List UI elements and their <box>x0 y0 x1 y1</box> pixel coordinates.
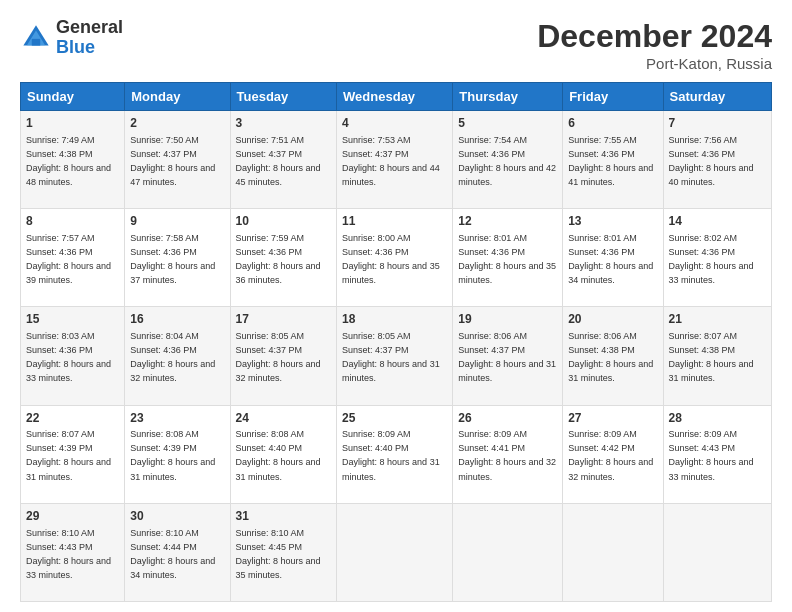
day-number: 10 <box>236 213 332 230</box>
table-cell: 10Sunrise: 7:59 AMSunset: 4:36 PMDayligh… <box>230 209 337 307</box>
table-cell <box>453 503 563 601</box>
day-number: 25 <box>342 410 447 427</box>
table-cell: 9Sunrise: 7:58 AMSunset: 4:36 PMDaylight… <box>125 209 230 307</box>
table-cell: 2Sunrise: 7:50 AMSunset: 4:37 PMDaylight… <box>125 111 230 209</box>
col-monday: Monday <box>125 83 230 111</box>
cell-content: Sunrise: 8:05 AMSunset: 4:37 PMDaylight:… <box>342 331 440 383</box>
col-sunday: Sunday <box>21 83 125 111</box>
table-cell: 5Sunrise: 7:54 AMSunset: 4:36 PMDaylight… <box>453 111 563 209</box>
table-cell <box>563 503 663 601</box>
cell-content: Sunrise: 8:10 AMSunset: 4:43 PMDaylight:… <box>26 528 111 580</box>
table-cell: 3Sunrise: 7:51 AMSunset: 4:37 PMDaylight… <box>230 111 337 209</box>
cell-content: Sunrise: 7:59 AMSunset: 4:36 PMDaylight:… <box>236 233 321 285</box>
table-cell: 27Sunrise: 8:09 AMSunset: 4:42 PMDayligh… <box>563 405 663 503</box>
cell-content: Sunrise: 7:55 AMSunset: 4:36 PMDaylight:… <box>568 135 653 187</box>
cell-content: Sunrise: 8:06 AMSunset: 4:37 PMDaylight:… <box>458 331 556 383</box>
table-cell: 19Sunrise: 8:06 AMSunset: 4:37 PMDayligh… <box>453 307 563 405</box>
day-number: 16 <box>130 311 224 328</box>
table-cell: 17Sunrise: 8:05 AMSunset: 4:37 PMDayligh… <box>230 307 337 405</box>
cell-content: Sunrise: 8:07 AMSunset: 4:39 PMDaylight:… <box>26 429 111 481</box>
day-number: 31 <box>236 508 332 525</box>
day-number: 5 <box>458 115 557 132</box>
day-number: 3 <box>236 115 332 132</box>
day-number: 20 <box>568 311 657 328</box>
cell-content: Sunrise: 8:01 AMSunset: 4:36 PMDaylight:… <box>458 233 556 285</box>
table-cell: 16Sunrise: 8:04 AMSunset: 4:36 PMDayligh… <box>125 307 230 405</box>
table-cell: 1Sunrise: 7:49 AMSunset: 4:38 PMDaylight… <box>21 111 125 209</box>
table-cell: 6Sunrise: 7:55 AMSunset: 4:36 PMDaylight… <box>563 111 663 209</box>
table-cell <box>663 503 771 601</box>
header: General Blue December 2024 Port-Katon, R… <box>20 18 772 72</box>
cell-content: Sunrise: 7:56 AMSunset: 4:36 PMDaylight:… <box>669 135 754 187</box>
table-cell: 31Sunrise: 8:10 AMSunset: 4:45 PMDayligh… <box>230 503 337 601</box>
main-title: December 2024 <box>537 18 772 55</box>
day-number: 1 <box>26 115 119 132</box>
cell-content: Sunrise: 8:10 AMSunset: 4:44 PMDaylight:… <box>130 528 215 580</box>
col-saturday: Saturday <box>663 83 771 111</box>
cell-content: Sunrise: 8:05 AMSunset: 4:37 PMDaylight:… <box>236 331 321 383</box>
logo-icon <box>20 22 52 54</box>
cell-content: Sunrise: 8:02 AMSunset: 4:36 PMDaylight:… <box>669 233 754 285</box>
table-cell: 24Sunrise: 8:08 AMSunset: 4:40 PMDayligh… <box>230 405 337 503</box>
cell-content: Sunrise: 7:50 AMSunset: 4:37 PMDaylight:… <box>130 135 215 187</box>
table-cell: 28Sunrise: 8:09 AMSunset: 4:43 PMDayligh… <box>663 405 771 503</box>
day-number: 29 <box>26 508 119 525</box>
table-cell: 26Sunrise: 8:09 AMSunset: 4:41 PMDayligh… <box>453 405 563 503</box>
table-cell: 21Sunrise: 8:07 AMSunset: 4:38 PMDayligh… <box>663 307 771 405</box>
col-thursday: Thursday <box>453 83 563 111</box>
day-number: 18 <box>342 311 447 328</box>
table-cell: 15Sunrise: 8:03 AMSunset: 4:36 PMDayligh… <box>21 307 125 405</box>
table-row: 22Sunrise: 8:07 AMSunset: 4:39 PMDayligh… <box>21 405 772 503</box>
day-number: 8 <box>26 213 119 230</box>
table-cell: 7Sunrise: 7:56 AMSunset: 4:36 PMDaylight… <box>663 111 771 209</box>
cell-content: Sunrise: 8:03 AMSunset: 4:36 PMDaylight:… <box>26 331 111 383</box>
cell-content: Sunrise: 8:08 AMSunset: 4:39 PMDaylight:… <box>130 429 215 481</box>
cell-content: Sunrise: 8:09 AMSunset: 4:43 PMDaylight:… <box>669 429 754 481</box>
day-number: 19 <box>458 311 557 328</box>
day-number: 2 <box>130 115 224 132</box>
table-cell: 14Sunrise: 8:02 AMSunset: 4:36 PMDayligh… <box>663 209 771 307</box>
day-number: 24 <box>236 410 332 427</box>
logo-blue: Blue <box>56 38 123 58</box>
header-row: Sunday Monday Tuesday Wednesday Thursday… <box>21 83 772 111</box>
cell-content: Sunrise: 8:10 AMSunset: 4:45 PMDaylight:… <box>236 528 321 580</box>
cell-content: Sunrise: 8:07 AMSunset: 4:38 PMDaylight:… <box>669 331 754 383</box>
table-cell: 29Sunrise: 8:10 AMSunset: 4:43 PMDayligh… <box>21 503 125 601</box>
cell-content: Sunrise: 7:57 AMSunset: 4:36 PMDaylight:… <box>26 233 111 285</box>
table-cell: 11Sunrise: 8:00 AMSunset: 4:36 PMDayligh… <box>337 209 453 307</box>
cell-content: Sunrise: 8:09 AMSunset: 4:41 PMDaylight:… <box>458 429 556 481</box>
cell-content: Sunrise: 7:54 AMSunset: 4:36 PMDaylight:… <box>458 135 556 187</box>
table-cell: 30Sunrise: 8:10 AMSunset: 4:44 PMDayligh… <box>125 503 230 601</box>
table-cell: 22Sunrise: 8:07 AMSunset: 4:39 PMDayligh… <box>21 405 125 503</box>
day-number: 11 <box>342 213 447 230</box>
logo-general: General <box>56 18 123 38</box>
cell-content: Sunrise: 8:01 AMSunset: 4:36 PMDaylight:… <box>568 233 653 285</box>
day-number: 13 <box>568 213 657 230</box>
cell-content: Sunrise: 7:51 AMSunset: 4:37 PMDaylight:… <box>236 135 321 187</box>
table-cell: 23Sunrise: 8:08 AMSunset: 4:39 PMDayligh… <box>125 405 230 503</box>
table-cell: 4Sunrise: 7:53 AMSunset: 4:37 PMDaylight… <box>337 111 453 209</box>
table-row: 29Sunrise: 8:10 AMSunset: 4:43 PMDayligh… <box>21 503 772 601</box>
table-cell: 18Sunrise: 8:05 AMSunset: 4:37 PMDayligh… <box>337 307 453 405</box>
day-number: 22 <box>26 410 119 427</box>
logo-text: General Blue <box>56 18 123 58</box>
cell-content: Sunrise: 8:04 AMSunset: 4:36 PMDaylight:… <box>130 331 215 383</box>
cell-content: Sunrise: 8:06 AMSunset: 4:38 PMDaylight:… <box>568 331 653 383</box>
logo: General Blue <box>20 18 123 58</box>
cell-content: Sunrise: 8:00 AMSunset: 4:36 PMDaylight:… <box>342 233 440 285</box>
calendar-table: Sunday Monday Tuesday Wednesday Thursday… <box>20 82 772 602</box>
table-cell <box>337 503 453 601</box>
cell-content: Sunrise: 8:08 AMSunset: 4:40 PMDaylight:… <box>236 429 321 481</box>
cell-content: Sunrise: 8:09 AMSunset: 4:40 PMDaylight:… <box>342 429 440 481</box>
day-number: 4 <box>342 115 447 132</box>
day-number: 28 <box>669 410 766 427</box>
day-number: 21 <box>669 311 766 328</box>
day-number: 26 <box>458 410 557 427</box>
cell-content: Sunrise: 7:58 AMSunset: 4:36 PMDaylight:… <box>130 233 215 285</box>
cell-content: Sunrise: 7:53 AMSunset: 4:37 PMDaylight:… <box>342 135 440 187</box>
page: General Blue December 2024 Port-Katon, R… <box>0 0 792 612</box>
day-number: 6 <box>568 115 657 132</box>
day-number: 27 <box>568 410 657 427</box>
table-row: 8Sunrise: 7:57 AMSunset: 4:36 PMDaylight… <box>21 209 772 307</box>
subtitle: Port-Katon, Russia <box>537 55 772 72</box>
